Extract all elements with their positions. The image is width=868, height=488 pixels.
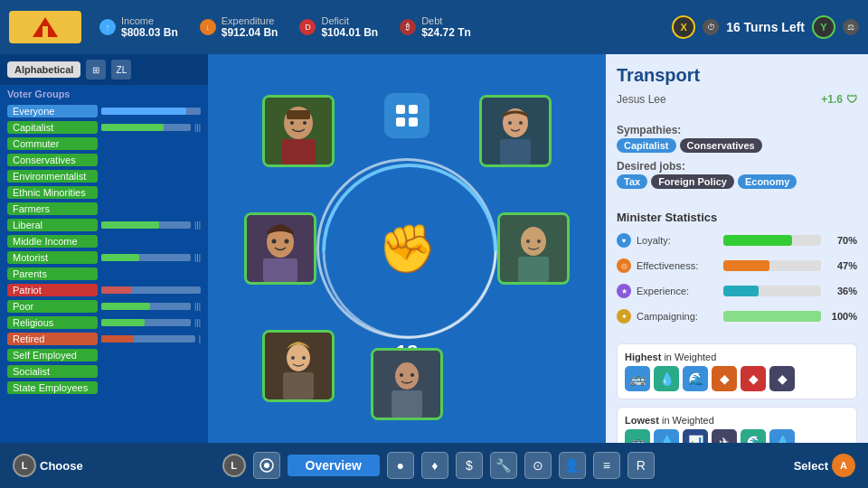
voter-item-religious[interactable]: Religious ||| [0, 314, 208, 331]
voter-item-conservatives[interactable]: Conservatives [0, 152, 208, 168]
nav-icon-wheel[interactable] [253, 452, 280, 479]
sympathies-section: Sympathies: Capitalist Conservatives [617, 124, 857, 153]
voter-bar-retired [101, 335, 195, 343]
stat-row-campaigning: ✦ Campaigning: 100% [617, 309, 857, 324]
expenditure-value: $912.04 Bn [222, 26, 278, 39]
debt-label: Debt [421, 15, 471, 26]
nav-icon-7[interactable]: ≡ [593, 452, 620, 479]
voter-tag-middle: Middle Income [7, 235, 98, 248]
highest-icon-1: 🚌 [625, 366, 650, 391]
center-top-icon[interactable] [384, 93, 429, 138]
voter-tag-retired: Retired [7, 333, 98, 345]
btn-x[interactable]: X [672, 15, 695, 39]
tab-alphabetical[interactable]: Alphabetical [7, 61, 80, 78]
nav-icon-4[interactable]: 🔧 [490, 452, 517, 479]
nav-icon-1[interactable]: ● [387, 452, 414, 479]
minister-portrait-mid-left[interactable] [244, 212, 316, 285]
minister-portrait-mid-right[interactable] [497, 212, 570, 285]
svg-rect-39 [396, 117, 405, 127]
nav-icon-3[interactable]: $ [456, 452, 483, 479]
minister-portrait-bot-left[interactable] [262, 330, 335, 402]
btn-l-left[interactable]: L [13, 454, 36, 477]
desired-jobs-chips: Tax Foreign Policy Economy [617, 174, 857, 189]
nav-icon-r[interactable]: R [627, 452, 655, 479]
svg-point-31 [302, 356, 306, 360]
voter-item-farmers[interactable]: Farmers [0, 201, 208, 217]
svg-point-8 [303, 121, 307, 125]
loyalty-label: Loyalty: [637, 235, 718, 246]
svg-rect-38 [409, 105, 418, 114]
voter-item-patriot[interactable]: Patriot [0, 282, 208, 298]
choose-button[interactable]: L Choose [13, 454, 83, 477]
stat-row-effectiveness: ◎ Effectiveness: 47% [617, 258, 857, 273]
svg-point-35 [400, 373, 403, 377]
campaigning-bar [723, 311, 821, 322]
voter-item-capitalist[interactable]: Capitalist ||| [0, 119, 208, 136]
svg-rect-29 [283, 372, 314, 399]
voter-item-middle[interactable]: Middle Income [0, 233, 208, 249]
minister-portrait-top-right[interactable] [479, 95, 552, 167]
voter-bar-liberal [101, 221, 191, 229]
voter-item-commuter[interactable]: Commuter [0, 136, 208, 152]
nav-icon-2[interactable]: ♦ [421, 452, 448, 479]
voter-item-everyone[interactable]: Everyone [0, 103, 208, 119]
wheel-container: ✊ 18 [244, 77, 570, 420]
highest-icon-6: ◆ [769, 366, 795, 391]
highest-weighted-label: Highest in Weighted [625, 352, 849, 362]
balance-icon: ⚖ [843, 19, 859, 35]
voter-list: Everyone Capitalist ||| Commuter Conserv… [0, 101, 208, 443]
choose-label: Choose [40, 459, 83, 473]
voter-item-poor[interactable]: Poor ||| [0, 298, 208, 314]
nav-icon-5[interactable]: ⊙ [524, 452, 552, 479]
income-label: Income [121, 15, 178, 26]
sympathies-label: Sympathies: [617, 124, 857, 136]
voter-tag-commuter: Commuter [7, 137, 98, 150]
highest-icon-2: 💧 [654, 366, 679, 391]
income-icon: ↑ [99, 19, 116, 35]
panel-rating: +1.6 🛡 [821, 93, 857, 106]
bottom-center: L Overview ● ♦ $ 🔧 ⊙ 👤 ≡ R [90, 452, 787, 479]
lowest-icon-6: 💧 [769, 429, 795, 443]
voter-item-parents[interactable]: Parents [0, 266, 208, 282]
experience-bar [723, 286, 821, 296]
voter-item-environmentalist[interactable]: Environmentalist [0, 168, 208, 184]
desired-jobs-label: Desired jobs: [617, 160, 857, 173]
voter-tag-everyone: Everyone [7, 105, 98, 117]
select-label: Select [794, 459, 828, 473]
minister-portrait-top-left[interactable] [262, 95, 335, 167]
sidebar: Alphabetical ⊞ ZL Voter Groups Everyone … [0, 54, 208, 443]
voter-item-ethnic[interactable]: Ethnic Minorities [0, 184, 208, 201]
overview-button[interactable]: Overview [288, 455, 380, 476]
btn-a[interactable]: A [832, 454, 855, 477]
voter-tag-state: State Employees [7, 381, 98, 394]
select-button[interactable]: Select A [794, 454, 855, 477]
voter-tag-parents: Parents [7, 267, 98, 280]
lowest-icon-row: 🚌 💧 📊 ✈ 🌊 💧 [625, 429, 849, 443]
svg-point-15 [519, 121, 523, 125]
svg-rect-5 [281, 139, 316, 164]
voter-item-motorist[interactable]: Motorist ||| [0, 249, 208, 266]
btn-l-nav[interactable]: L [222, 454, 246, 477]
voter-item-retired[interactable]: Retired | [0, 331, 208, 347]
highest-icon-5: ◆ [741, 366, 766, 391]
svg-point-14 [508, 121, 512, 125]
voter-tag-socialist: Socialist [7, 365, 98, 378]
svg-rect-34 [392, 390, 422, 418]
sidebar-icon-chart[interactable]: ZL [111, 60, 131, 80]
voter-item-selfemployed[interactable]: Self Employed [0, 347, 208, 363]
lowest-weighted-section: Lowest in Weighted 🚌 💧 📊 ✈ 🌊 💧 [617, 407, 857, 443]
campaigning-value: 100% [826, 311, 857, 322]
voter-item-socialist[interactable]: Socialist [0, 363, 208, 380]
btn-y[interactable]: Y [812, 15, 835, 39]
nav-icon-6[interactable]: 👤 [559, 452, 586, 479]
voter-item-liberal[interactable]: Liberal ||| [0, 217, 208, 233]
svg-rect-9 [287, 110, 310, 119]
expenditure-label: Expenditure [222, 15, 278, 26]
sidebar-icon-people[interactable]: ⊞ [86, 60, 106, 80]
deficit-value: $104.01 Bn [321, 26, 378, 39]
income-value: $808.03 Bn [121, 26, 178, 39]
minister-portrait-bot-center[interactable] [371, 348, 443, 420]
minister-stats-title: Minister Statistics [617, 211, 857, 224]
voter-tag-environmentalist: Environmentalist [7, 170, 98, 183]
voter-item-state[interactable]: State Employees [0, 380, 208, 396]
